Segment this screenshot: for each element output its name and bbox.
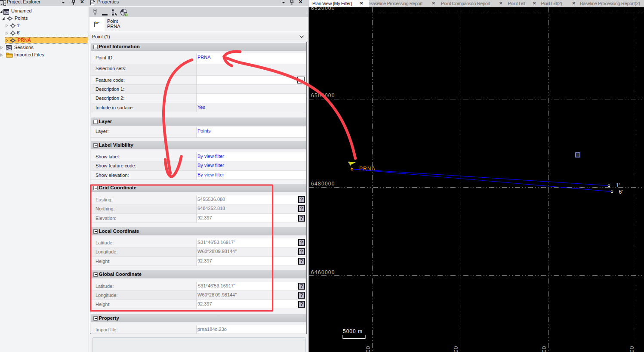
svg-text:5520000: 5520000 (629, 346, 635, 352)
svg-text:5480000: 5480000 (453, 346, 459, 352)
svg-text:6460000: 6460000 (311, 269, 335, 275)
svg-text:5460000: 5460000 (365, 346, 371, 352)
svg-text:6480000: 6480000 (311, 181, 335, 187)
svg-text:5000 m: 5000 m (343, 328, 363, 334)
svg-text:6500000: 6500000 (311, 93, 335, 99)
svg-text:5500000: 5500000 (541, 346, 547, 352)
svg-text:1': 1' (616, 182, 620, 188)
svg-text:6520000: 6520000 (311, 7, 335, 11)
svg-text:6': 6' (619, 189, 623, 195)
svg-text:PRNA: PRNA (359, 166, 376, 172)
